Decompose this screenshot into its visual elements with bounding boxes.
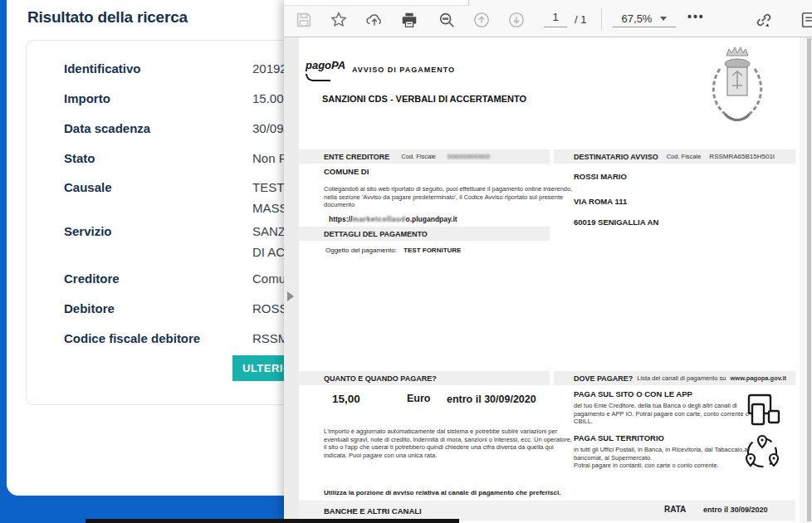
dettagli-pagamento-label: DETTAGLI DEL PAGAMENTO (324, 230, 428, 238)
destinatario-address1: VIA ROMA 111 (574, 197, 627, 206)
page-total: / 1 (575, 13, 586, 26)
field-label-importo: Importo (64, 91, 110, 105)
screen: Risultato della ricerca Identificativo 2… (0, 0, 812, 523)
amount-due-date: entro il 30/09/2020 (447, 393, 536, 405)
destinatario-bar: DESTINATARIO AVVISO Cod. Fiscale RSSMRA6… (554, 149, 795, 164)
star-icon[interactable] (329, 10, 349, 30)
zoom-dropdown[interactable]: 67,5% (613, 11, 676, 27)
scrollbar-track[interactable] (800, 38, 812, 523)
ente-creditore-bar: ENTE CREDITORE Cod. Fiscale 00000000000 (299, 149, 550, 164)
bottom-window-edge (86, 519, 459, 523)
payment-url: https://marketcollaudo.plugandpay.it (329, 215, 457, 223)
save-icon[interactable] (294, 10, 314, 30)
toolbar-notch (284, 0, 469, 6)
amount-currency: Euro (407, 393, 430, 404)
use-portion-line: Utilizza la porzione di avviso relativa … (324, 489, 560, 496)
destinatario-cf-value: RSSMRA65B15H501I (709, 153, 775, 160)
link-icon[interactable] (754, 10, 774, 30)
oggetto-label: Oggetto del pagamento: (325, 247, 397, 254)
dove-pagare-label: DOVE PAGARE? (574, 374, 633, 383)
field-label-codice-fiscale-debitore: Codice fiscale debitore (64, 331, 200, 345)
rata-label: RATA (664, 505, 686, 514)
dove-pagare-bar: DOVE PAGARE? Lista dei canali di pagamen… (554, 371, 795, 385)
sidebar-expand-icon[interactable] (287, 291, 294, 301)
ente-cf-value: 00000000000 (448, 153, 490, 160)
page-title: Risultato della ricerca (27, 8, 188, 27)
payment-url-prefix: https:// (329, 215, 352, 223)
pagopa-logo-swoosh (306, 74, 330, 81)
dove-pagare-site: www.pagopa.gov.it (731, 374, 787, 382)
print-icon[interactable] (399, 10, 419, 30)
destinatario-label: DESTINATARIO AVVISO (574, 153, 658, 161)
page-number-input[interactable]: 1 (544, 11, 567, 27)
devices-icon (744, 393, 782, 431)
banche-canali-bar: BANCHE E ALTRI CANALI RATA entro il 30/0… (299, 501, 795, 521)
field-label-data-scadenza: Data scadenza (64, 121, 150, 135)
payment-url-redacted: marketcollaud (352, 215, 405, 223)
notice-type-label: AVVISO DI PAGAMENTO (352, 66, 455, 74)
pdf-sidebar-gutter (284, 38, 299, 523)
ente-creditore-label: ENTE CREDITORE (324, 153, 389, 161)
field-label-identificativo: Identificativo (64, 61, 141, 76)
dove-pagare-text: Lista dei canali di pagamento su (637, 374, 726, 382)
search-icon[interactable] (437, 10, 457, 30)
document-title: SANZIONI CDS - VERBALI DI ACCERTAMENTO (322, 94, 526, 104)
arrow-down-icon[interactable] (506, 10, 526, 30)
destinatario-cf-label: Cod. Fiscale (667, 153, 702, 160)
quanto-quando-label: QUANTO E QUANDO PAGARE? (324, 374, 437, 383)
pdf-viewer: 1 / 1 67,5% ••• (284, 0, 812, 523)
oggetto-row: Oggetto del pagamento: TEST FORNITURE (325, 247, 461, 254)
destinatario-name: ROSSI MARIO (574, 172, 627, 181)
quanto-quando-bar: QUANTO E QUANDO PAGARE? (299, 371, 550, 385)
zoom-level: 67,5% (622, 12, 653, 25)
pdf-toolbar: 1 / 1 67,5% ••• (284, 0, 812, 37)
field-label-stato: Stato (64, 151, 95, 165)
clipped-doc-icon[interactable] (799, 10, 812, 30)
amount-value: 15,00 (332, 393, 360, 405)
payment-url-suffix: o.plugandpay.it (405, 215, 457, 223)
more-options-button[interactable]: ••• (687, 10, 705, 23)
field-label-creditore: Creditore (64, 271, 120, 286)
pagopa-logo: pagoPA (306, 59, 345, 71)
paga-sito-text: del tuo Ente Creditore, della tua Banca … (574, 402, 758, 426)
municipality-crest-icon (703, 44, 771, 132)
field-label-debitore: Debitore (64, 301, 115, 315)
ente-cf-label: Cod. Fiscale (401, 153, 436, 160)
pdf-page: pagoPA AVVISO DI PAGAMENTO SANZIONI CDS … (299, 37, 800, 523)
ente-description: Collegandoti al sito web riportato di se… (324, 185, 583, 209)
toolbar-divider (601, 8, 602, 30)
destinatario-address2: 60019 SENIGALLIA AN (574, 218, 658, 227)
territory-pins-icon (742, 433, 782, 474)
oggetto-value: TEST FORNITURE (404, 247, 461, 254)
chevron-down-icon (660, 17, 667, 21)
field-label-servizio: Servizio (64, 224, 112, 238)
banche-canali-label: BANCHE E ALTRI CANALI (324, 506, 422, 516)
cloud-upload-icon[interactable] (364, 10, 384, 30)
rata-due-date: entro il 30/09/2020 (703, 506, 768, 514)
field-label-causale: Causale (64, 180, 112, 194)
paga-sito-title: PAGA SUL SITO O CON LE APP (574, 389, 692, 398)
scrollbar-thumb[interactable] (807, 38, 811, 521)
dettagli-pagamento-bar: DETTAGLI DEL PAGAMENTO (299, 227, 550, 241)
amount-note: L'importo è aggiornato automaticamente d… (324, 428, 573, 459)
arrow-up-icon[interactable] (472, 10, 492, 30)
paga-territorio-title: PAGA SUL TERRITORIO (574, 433, 664, 442)
ente-name: COMUNE DI (324, 167, 369, 176)
